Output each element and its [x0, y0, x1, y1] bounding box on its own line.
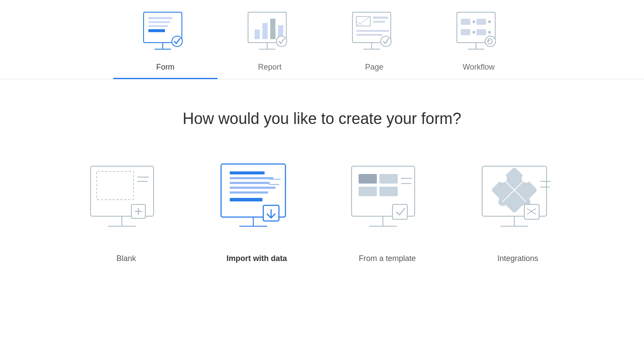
option-template[interactable]: From a template: [339, 158, 435, 263]
svg-rect-3: [148, 25, 168, 27]
svg-point-26: [381, 36, 391, 47]
tab-page[interactable]: Page: [322, 4, 426, 79]
svg-point-7: [172, 36, 182, 47]
page-tab-icon: [348, 9, 400, 57]
svg-point-38: [485, 36, 496, 47]
svg-point-15: [276, 36, 287, 47]
tab-form[interactable]: Form: [113, 4, 218, 79]
svg-rect-28: [461, 19, 470, 25]
template-icon: [339, 158, 435, 245]
main-title: How would you like to create your form?: [183, 110, 461, 128]
report-tab-icon: [244, 9, 296, 57]
svg-rect-52: [230, 187, 275, 189]
svg-rect-21: [373, 21, 385, 23]
import-label: Import with data: [227, 254, 287, 263]
svg-rect-70: [392, 204, 407, 219]
workflow-tab-label: Workflow: [463, 63, 495, 72]
svg-rect-29: [461, 29, 470, 35]
svg-rect-23: [356, 34, 382, 36]
tab-report[interactable]: Report: [218, 4, 322, 79]
svg-rect-40: [97, 171, 134, 200]
import-icon: [209, 158, 305, 245]
integrations-icon: [470, 158, 566, 245]
blank-icon: [78, 158, 174, 245]
workflow-tab-icon: [453, 9, 505, 57]
option-import[interactable]: Import with data: [209, 158, 305, 263]
svg-rect-49: [230, 171, 265, 174]
svg-point-34: [488, 20, 491, 23]
svg-rect-51: [230, 182, 270, 184]
svg-rect-63: [379, 174, 398, 184]
creation-options: Blank: [78, 158, 566, 263]
svg-rect-10: [262, 23, 268, 39]
svg-rect-1: [148, 17, 172, 19]
svg-rect-31: [476, 29, 486, 35]
svg-rect-50: [230, 177, 273, 179]
svg-rect-54: [230, 198, 262, 201]
svg-rect-9: [255, 30, 260, 39]
tab-navigation: Form Report: [0, 0, 644, 79]
svg-point-35: [488, 31, 491, 33]
svg-rect-4: [148, 29, 165, 32]
svg-rect-53: [230, 191, 268, 194]
svg-rect-64: [359, 187, 377, 196]
option-blank[interactable]: Blank: [78, 158, 174, 263]
report-tab-label: Report: [258, 63, 282, 72]
svg-rect-11: [270, 19, 275, 39]
svg-point-33: [473, 31, 475, 33]
integrations-label: Integrations: [497, 254, 538, 263]
form-tab-label: Form: [156, 63, 174, 72]
svg-rect-30: [476, 19, 486, 25]
tab-workflow[interactable]: Workflow: [426, 4, 531, 79]
svg-rect-20: [373, 17, 388, 19]
svg-line-18: [356, 17, 370, 26]
option-integrations[interactable]: Integrations: [470, 158, 566, 263]
svg-rect-65: [379, 187, 398, 196]
form-tab-icon: [139, 9, 191, 57]
svg-rect-2: [148, 21, 170, 23]
page-tab-label: Page: [365, 63, 383, 72]
blank-label: Blank: [116, 254, 136, 263]
template-label: From a template: [359, 254, 416, 263]
svg-rect-62: [359, 174, 377, 184]
main-content: How would you like to create your form?: [0, 79, 644, 281]
svg-point-32: [473, 20, 475, 23]
svg-rect-22: [356, 30, 389, 32]
